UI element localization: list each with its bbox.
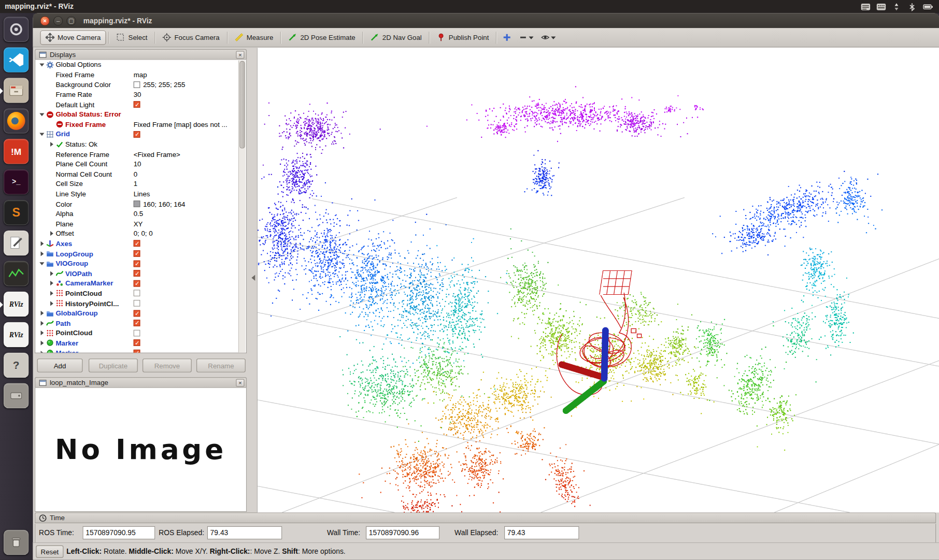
- tree-row-marker[interactable]: Marker: [35, 348, 246, 353]
- wall-time-input[interactable]: [366, 526, 439, 539]
- window-minimize-button[interactable]: –: [53, 16, 63, 25]
- tree-row-grid[interactable]: Grid: [35, 130, 246, 139]
- 3d-viewport[interactable]: [258, 48, 939, 512]
- tool-publish-point[interactable]: Publish Point: [432, 30, 493, 45]
- color-swatch[interactable]: [134, 200, 140, 207]
- remove-button[interactable]: Remove: [143, 358, 192, 372]
- tree-row-loopgroup[interactable]: LoopGroup: [35, 249, 246, 259]
- tree-row-historypointcl-[interactable]: HistoryPointCl...: [35, 298, 246, 308]
- window-close-button[interactable]: ×: [40, 16, 49, 25]
- value-text[interactable]: Fixed Frame [map] does not ...: [134, 121, 227, 128]
- launcher-red-app[interactable]: !M: [4, 139, 29, 164]
- display-checkbox[interactable]: [134, 340, 140, 347]
- launcher-trash[interactable]: [4, 530, 29, 555]
- display-checkbox[interactable]: [134, 350, 140, 353]
- tree-row-fixed-frame[interactable]: Fixed Framemap: [35, 70, 246, 80]
- display-checkbox[interactable]: [134, 330, 140, 337]
- bluetooth-icon[interactable]: [907, 2, 918, 11]
- expander-icon[interactable]: [39, 251, 46, 257]
- expander-icon[interactable]: [39, 111, 46, 118]
- tree-row-globalgroup[interactable]: GlobalGroup: [35, 308, 246, 318]
- launcher-vscode[interactable]: [4, 47, 29, 73]
- display-checkbox[interactable]: [134, 101, 140, 108]
- add-button[interactable]: Add: [37, 358, 83, 372]
- launcher-firefox[interactable]: [4, 108, 29, 134]
- keyboard-indicator-icon[interactable]: [876, 2, 887, 11]
- scrollbar-thumb[interactable]: [239, 61, 245, 149]
- panel-box-icon[interactable]: [861, 2, 871, 11]
- displays-scrollbar[interactable]: [238, 61, 246, 353]
- value-text[interactable]: 30: [134, 91, 141, 98]
- value-text[interactable]: map: [134, 71, 147, 78]
- displays-panel-header[interactable]: Displays ×: [35, 49, 247, 60]
- display-checkbox[interactable]: [134, 270, 140, 277]
- value-text[interactable]: 160; 160; 164: [143, 200, 185, 208]
- window-maximize-button[interactable]: ▢: [66, 16, 76, 25]
- tree-row-global-status-error[interactable]: Global Status: Error: [35, 109, 246, 119]
- tool-measure[interactable]: Measure: [230, 30, 278, 45]
- display-checkbox[interactable]: [134, 240, 140, 247]
- splitter-collapse-icon[interactable]: [251, 275, 255, 281]
- expander-icon[interactable]: [39, 310, 46, 317]
- tree-row-cameramarker[interactable]: CameraMarker: [35, 278, 246, 288]
- expander-icon[interactable]: [39, 261, 46, 267]
- tree-row-status-ok[interactable]: Status: Ok: [35, 139, 246, 149]
- launcher-terminal[interactable]: >_: [4, 169, 29, 195]
- color-swatch[interactable]: [134, 81, 140, 88]
- tree-row-pointcloud[interactable]: PointCloud: [35, 289, 246, 298]
- tree-row-viopath[interactable]: VIOPath: [35, 268, 246, 278]
- value-text[interactable]: Lines: [134, 191, 150, 198]
- expander-icon[interactable]: [39, 340, 46, 346]
- displays-panel-close-icon[interactable]: ×: [236, 51, 244, 59]
- tree-row-line-style[interactable]: Line StyleLines: [35, 189, 246, 199]
- expander-icon[interactable]: [39, 62, 46, 68]
- value-text[interactable]: XY: [134, 220, 143, 227]
- expander-icon[interactable]: [49, 231, 56, 237]
- launcher-help[interactable]: ?: [4, 353, 29, 378]
- tree-row-alpha[interactable]: Alpha0.5: [35, 209, 246, 219]
- expander-icon[interactable]: [39, 320, 46, 326]
- rename-button[interactable]: Rename: [196, 358, 246, 372]
- tree-row-default-light[interactable]: Default Light: [35, 99, 246, 109]
- tool-eye-button[interactable]: [537, 30, 560, 45]
- tree-row-reference-frame[interactable]: Reference Frame<Fixed Frame>: [35, 149, 246, 159]
- launcher-rviz-2[interactable]: RViz: [4, 322, 29, 348]
- expander-icon[interactable]: [39, 132, 46, 138]
- tree-row-global-options[interactable]: Global Options: [35, 60, 246, 70]
- tree-row-marker[interactable]: Marker: [35, 338, 246, 348]
- image-panel-close-icon[interactable]: ×: [236, 379, 244, 387]
- duplicate-button[interactable]: Duplicate: [89, 358, 138, 372]
- expander-icon[interactable]: [49, 290, 56, 296]
- tool-2d-pose-estimate[interactable]: 2D Pose Estimate: [283, 30, 360, 45]
- tool-focus-camera[interactable]: Focus Camera: [158, 30, 224, 45]
- launcher-text-editor[interactable]: [4, 231, 29, 256]
- image-panel-header[interactable]: loop_match_Image ×: [35, 377, 247, 388]
- launcher-sublime-text[interactable]: S: [4, 200, 29, 225]
- launcher-rviz[interactable]: RViz: [4, 292, 29, 317]
- battery-icon[interactable]: [923, 2, 933, 11]
- tree-row-background-color[interactable]: Background Color255; 255; 255: [35, 80, 246, 90]
- tree-row-offset[interactable]: Offset0; 0; 0: [35, 229, 246, 239]
- ros-elapsed-input[interactable]: [207, 526, 282, 539]
- tree-row-plane-cell-count[interactable]: Plane Cell Count10: [35, 159, 246, 169]
- tool-2d-nav-goal[interactable]: 2D Nav Goal: [365, 30, 426, 45]
- expander-icon[interactable]: [49, 141, 56, 148]
- tree-row-normal-cell-count[interactable]: Normal Cell Count0: [35, 169, 246, 179]
- time-panel-header[interactable]: Time: [35, 512, 936, 523]
- launcher-system-monitor[interactable]: [4, 261, 29, 286]
- value-text[interactable]: 0.5: [134, 210, 143, 218]
- tree-row-plane[interactable]: PlaneXY: [35, 219, 246, 228]
- expander-icon[interactable]: [49, 270, 56, 277]
- tree-row-cell-size[interactable]: Cell Size1: [35, 179, 246, 189]
- tree-row-color[interactable]: Color160; 160; 164: [35, 199, 246, 209]
- value-text[interactable]: 1: [134, 180, 137, 188]
- expander-icon[interactable]: [49, 300, 56, 307]
- value-text[interactable]: 10: [134, 161, 141, 168]
- tree-row-viogroup[interactable]: VIOGroup: [35, 259, 246, 268]
- value-text[interactable]: 255; 255; 255: [143, 81, 185, 89]
- tree-row-pointcloud[interactable]: PointCloud: [35, 328, 246, 338]
- wall-elapsed-input[interactable]: [504, 526, 579, 539]
- display-checkbox[interactable]: [134, 260, 140, 267]
- ros-time-input[interactable]: [82, 526, 155, 539]
- tool-select[interactable]: Select: [111, 30, 152, 45]
